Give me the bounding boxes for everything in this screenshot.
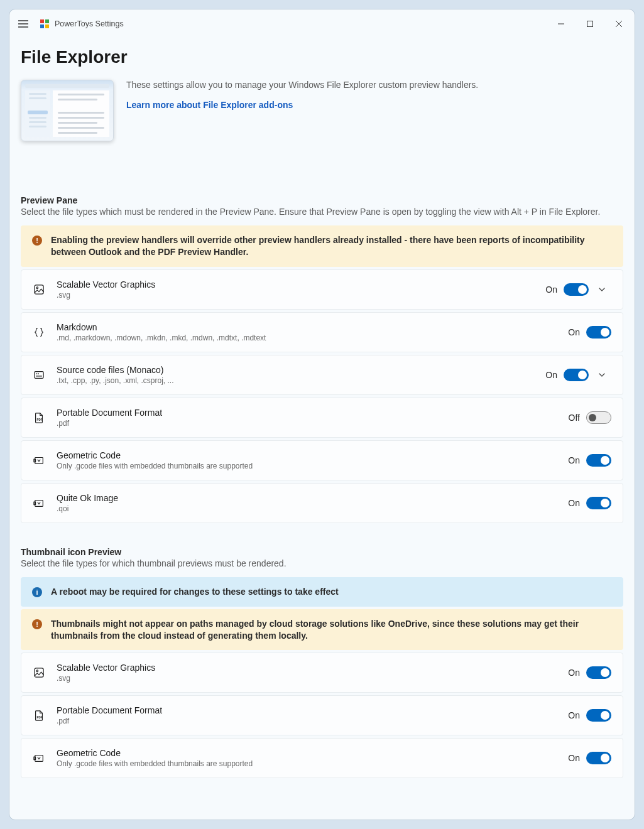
braces-icon [33, 326, 45, 339]
close-button[interactable] [604, 14, 633, 34]
setting-title: Portable Document Format [57, 408, 569, 418]
gcode-icon [33, 454, 45, 467]
setting-title: Scalable Vector Graphics [57, 663, 568, 673]
app-window: PowerToys Settings File Explorer These s… [9, 9, 635, 820]
pdf-icon: PDF [33, 709, 45, 722]
app-icon [40, 19, 50, 29]
minimize-icon [558, 21, 564, 27]
setting-text: Portable Document Format.pdf [57, 408, 569, 428]
setting-text: Source code files (Monaco).txt, .cpp, .p… [57, 365, 545, 385]
section-description: Select the file types for which thumbnai… [21, 558, 623, 568]
toggle-switch[interactable] [586, 752, 611, 764]
setting-subtitle: .svg [57, 674, 568, 683]
hamburger-menu-button[interactable] [11, 11, 36, 36]
setting-subtitle: Only .gcode files with embedded thumbnai… [57, 759, 568, 768]
svg-rect-18 [35, 756, 43, 762]
svg-rect-2 [40, 24, 44, 28]
chevron-down-icon [598, 286, 606, 293]
setting-text: Geometric CodeOnly .gcode files with emb… [57, 748, 568, 768]
setting-title: Quite Ok Image [57, 493, 568, 503]
svg-point-16 [36, 670, 38, 672]
svg-rect-4 [587, 21, 593, 27]
setting-title: Source code files (Monaco) [57, 365, 545, 375]
setting-card: Scalable Vector Graphics.svgOn [21, 269, 623, 310]
maximize-icon [587, 21, 593, 27]
svg-rect-13 [35, 500, 43, 506]
code-icon [33, 369, 45, 381]
hero-thumbnail [21, 80, 114, 141]
svg-rect-3 [45, 24, 49, 28]
hero-section: These settings allow you to manage your … [21, 80, 623, 141]
toggle-switch[interactable] [586, 454, 611, 467]
svg-point-6 [36, 287, 38, 289]
setting-text: Portable Document Format.pdf [57, 705, 568, 725]
toggle-state-label: On [545, 370, 557, 380]
expand-button[interactable] [592, 371, 611, 379]
setting-card: Quite Ok Image.qoiOn [21, 483, 623, 523]
image-icon [33, 666, 45, 679]
warning-banner: ! Thumbnails might not appear on paths m… [21, 609, 623, 651]
expand-button[interactable] [592, 286, 611, 293]
toggle-state-label: On [545, 284, 557, 295]
setting-text: Scalable Vector Graphics.svg [57, 279, 545, 300]
toggle-state-label: On [568, 710, 580, 720]
toggle-switch[interactable] [586, 709, 611, 722]
toggle-switch[interactable] [586, 666, 611, 679]
section-title: Thumbnail icon Preview [21, 547, 623, 557]
svg-rect-11 [35, 457, 43, 463]
setting-card: PDFPortable Document Format.pdfOff [21, 398, 623, 438]
minimize-button[interactable] [547, 14, 576, 34]
setting-card: Geometric CodeOnly .gcode files with emb… [21, 440, 623, 480]
toggle-state-label: On [568, 455, 580, 465]
toggle-switch[interactable] [586, 411, 611, 424]
svg-text:PDF: PDF [36, 717, 42, 720]
warning-text: Thumbnails might not appear on paths man… [51, 618, 612, 642]
content-area: File Explorer These settings allow you t… [9, 38, 635, 820]
maximize-button[interactable] [576, 14, 604, 34]
toggle-state-label: On [568, 327, 580, 337]
toggle-switch[interactable] [564, 369, 589, 381]
image-icon [33, 283, 45, 296]
setting-subtitle: .svg [57, 291, 545, 300]
titlebar: PowerToys Settings [9, 9, 635, 38]
warning-icon: ! [32, 619, 42, 629]
setting-card: Source code files (Monaco).txt, .cpp, .p… [21, 355, 623, 395]
svg-point-9 [38, 373, 39, 374]
setting-subtitle: Only .gcode files with embedded thumbnai… [57, 462, 568, 470]
svg-rect-7 [35, 371, 43, 378]
app-title: PowerToys Settings [55, 19, 124, 28]
info-icon: i [32, 587, 42, 597]
toggle-switch[interactable] [586, 497, 611, 509]
setting-subtitle: .pdf [57, 419, 569, 428]
learn-more-link[interactable]: Learn more about File Explorer add-ons [126, 100, 293, 110]
thumbnail-section-header: Thumbnail icon Preview Select the file t… [21, 547, 623, 568]
toggle-state-label: On [568, 498, 580, 508]
setting-card: PDFPortable Document Format.pdfOn [21, 695, 623, 735]
setting-title: Markdown [57, 322, 568, 332]
toggle-state-label: On [568, 668, 580, 678]
svg-rect-1 [45, 19, 49, 23]
hamburger-icon [18, 20, 28, 28]
hero-description: These settings allow you to manage your … [126, 80, 478, 90]
info-banner: i A reboot may be required for changes t… [21, 577, 623, 607]
info-text: A reboot may be required for changes to … [51, 586, 339, 598]
toggle-state-label: On [568, 753, 580, 763]
setting-card: Markdown.md, .markdown, .mdown, .mkdn, .… [21, 312, 623, 352]
setting-card: Scalable Vector Graphics.svgOn [21, 653, 623, 693]
setting-subtitle: .pdf [57, 717, 568, 725]
gcode-icon [33, 752, 45, 764]
setting-text: Scalable Vector Graphics.svg [57, 663, 568, 683]
setting-subtitle: .txt, .cpp, .py, .json, .xml, .csproj, .… [57, 376, 545, 385]
setting-title: Scalable Vector Graphics [57, 279, 545, 290]
close-icon [616, 21, 622, 27]
pdf-icon: PDF [33, 411, 45, 424]
setting-text: Markdown.md, .markdown, .mdown, .mkdn, .… [57, 322, 568, 342]
chevron-down-icon [598, 371, 606, 379]
toggle-state-label: Off [569, 413, 580, 423]
warning-text: Enabling the preview handlers will overr… [51, 234, 612, 258]
toggle-switch[interactable] [564, 283, 589, 296]
toggle-switch[interactable] [586, 326, 611, 339]
gcode-icon [33, 497, 45, 509]
warning-icon: ! [32, 236, 42, 246]
section-description: Select the file types which must be rend… [21, 207, 623, 217]
